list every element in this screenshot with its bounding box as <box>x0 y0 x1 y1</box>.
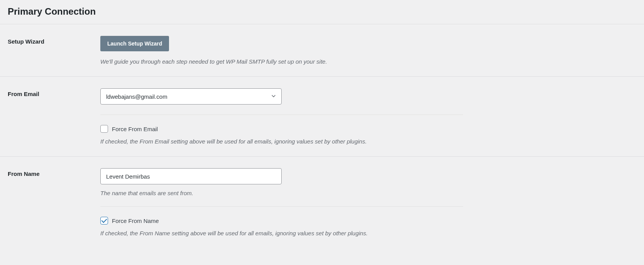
from-email-section: From Email Force From Email If checked, … <box>0 77 644 157</box>
from-name-label: From Name <box>8 168 100 236</box>
force-from-email-description: If checked, the From Email setting above… <box>100 138 463 145</box>
setup-wizard-label: Setup Wizard <box>8 36 100 65</box>
from-email-select[interactable] <box>100 88 282 105</box>
launch-setup-wizard-button[interactable]: Launch Setup Wizard <box>100 36 169 51</box>
sub-divider <box>100 115 463 115</box>
from-name-description: The name that emails are sent from. <box>100 190 463 196</box>
force-from-name-label[interactable]: Force From Name <box>112 218 159 224</box>
sub-divider <box>100 206 463 207</box>
force-from-email-label[interactable]: Force From Email <box>112 126 158 132</box>
force-from-email-checkbox[interactable] <box>100 125 108 133</box>
setup-wizard-description: We'll guide you through each step needed… <box>100 58 463 65</box>
setup-wizard-section: Setup Wizard Launch Setup Wizard We'll g… <box>0 24 644 77</box>
from-name-section: From Name The name that emails are sent … <box>0 157 644 248</box>
force-from-name-checkbox[interactable] <box>100 217 108 224</box>
from-email-label: From Email <box>8 88 100 145</box>
from-name-input[interactable] <box>100 168 282 184</box>
force-from-name-description: If checked, the From Name setting above … <box>100 230 463 236</box>
page-title: Primary Connection <box>0 0 644 24</box>
